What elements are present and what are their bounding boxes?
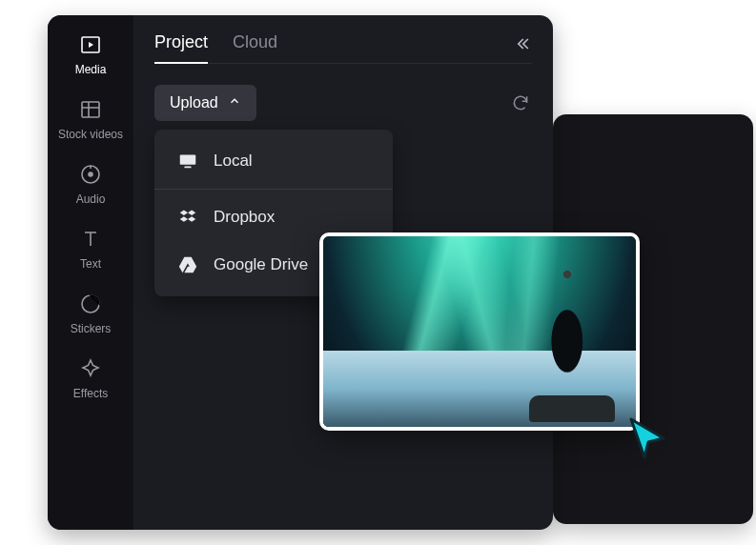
svg-rect-5 (180, 155, 196, 165)
sidebar-label: Audio (76, 192, 106, 206)
svg-rect-1 (82, 102, 99, 117)
sidebar-label: Stickers (71, 322, 112, 335)
sidebar-item-text[interactable]: Text (48, 227, 133, 271)
audio-icon (78, 162, 103, 187)
cursor-pointer-icon (627, 415, 669, 465)
monitor-icon (177, 151, 198, 172)
upload-option-local[interactable]: Local (154, 137, 393, 185)
dropdown-label: Dropbox (214, 208, 275, 227)
sidebar-label: Effects (73, 387, 108, 400)
upload-button[interactable]: Upload (154, 85, 256, 121)
sidebar: Media Stock videos Audio Text Stickers (48, 15, 133, 530)
chevron-up-icon (228, 94, 241, 111)
sidebar-label: Stock videos (58, 128, 123, 141)
sidebar-item-media[interactable]: Media (48, 32, 133, 76)
sidebar-item-effects[interactable]: Effects (48, 356, 133, 400)
google-drive-icon (177, 254, 198, 275)
dropdown-label: Local (214, 151, 253, 171)
media-thumbnail[interactable] (319, 232, 640, 431)
svg-rect-6 (184, 167, 191, 169)
tabs: Project Cloud (154, 32, 532, 64)
svg-point-3 (89, 172, 92, 176)
tab-cloud[interactable]: Cloud (233, 32, 277, 64)
sidebar-label: Media (75, 63, 107, 76)
thumbnail-image (323, 236, 636, 427)
text-icon (78, 227, 103, 252)
dropdown-label: Google Drive (214, 255, 308, 274)
dropbox-icon (177, 207, 198, 228)
effects-icon (78, 356, 103, 381)
toolbar: Upload (154, 85, 532, 121)
tab-project[interactable]: Project (154, 32, 208, 64)
media-icon (78, 32, 103, 57)
stickers-icon (78, 292, 103, 316)
upload-button-label: Upload (170, 94, 218, 111)
sidebar-label: Text (80, 257, 101, 271)
refresh-button[interactable] (509, 91, 532, 114)
sidebar-item-stock-videos[interactable]: Stock videos (48, 97, 133, 141)
sidebar-item-audio[interactable]: Audio (48, 162, 133, 206)
sidebar-item-stickers[interactable]: Stickers (48, 292, 133, 335)
stock-videos-icon (78, 97, 103, 122)
dropdown-separator (154, 189, 393, 190)
collapse-panel-button[interactable] (513, 34, 532, 58)
